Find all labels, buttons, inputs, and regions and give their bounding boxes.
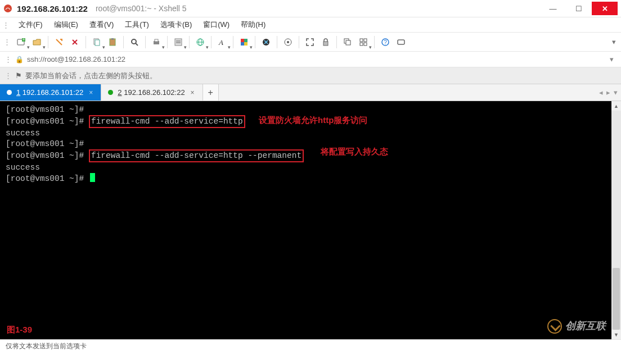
svg-text:+: +: [22, 38, 25, 42]
window-title-main: 192.168.26.101:22: [17, 4, 88, 13]
watermark-icon: [547, 319, 562, 334]
maximize-button[interactable]: ☐: [566, 2, 592, 15]
menu-edit[interactable]: 编辑(E): [48, 19, 84, 31]
disconnect-button[interactable]: [68, 35, 82, 49]
svg-rect-31: [360, 43, 363, 46]
new-session-button[interactable]: +: [14, 35, 29, 49]
hint-bar: ⋮ ⚑ 要添加当前会话，点击左侧的箭头按钮。: [0, 67, 621, 84]
copy-button[interactable]: [89, 35, 104, 49]
session-tab-1[interactable]: 1 192.168.26.101:22 ×: [0, 84, 101, 101]
cascade-button[interactable]: [340, 35, 355, 49]
open-button[interactable]: [30, 35, 44, 49]
svg-line-9: [136, 43, 138, 46]
watermark: 创新互联: [547, 319, 606, 334]
scroll-down-button[interactable]: ▼: [611, 330, 621, 339]
app-logo-icon: [3, 4, 12, 13]
xagent-button[interactable]: [259, 35, 273, 49]
xstart-button[interactable]: [281, 35, 295, 49]
fullscreen-button[interactable]: [303, 35, 317, 49]
window-title-sub: root@vms001:~ - Xshell 5: [96, 4, 187, 13]
annotation-2: 将配置写入持久态: [321, 146, 388, 157]
svg-rect-29: [360, 39, 363, 42]
highlighted-command-2: firewall-cmd --add-service=http --perman…: [89, 149, 304, 162]
address-input[interactable]: [27, 55, 603, 63]
gripper-icon: ⋮: [3, 38, 11, 46]
menu-tools[interactable]: 工具(T): [119, 19, 155, 31]
font-button[interactable]: A: [215, 35, 230, 49]
toolbar: ⋮ + A ? ▾: [0, 33, 621, 52]
svg-rect-11: [155, 39, 158, 42]
scroll-up-button[interactable]: ▲: [611, 101, 621, 111]
session-tab-label: 2 192.168.26.102:22: [118, 88, 184, 97]
watermark-text: 创新互联: [565, 321, 606, 332]
help-button[interactable]: ?: [378, 35, 393, 49]
svg-rect-20: [244, 39, 248, 42]
svg-rect-7: [111, 38, 114, 40]
highlighted-command-1: firewall-cmd --add-service=http: [89, 115, 245, 128]
menu-view[interactable]: 查看(V): [84, 19, 119, 31]
paste-button[interactable]: [105, 35, 120, 49]
color-scheme-button[interactable]: [237, 35, 251, 49]
find-button[interactable]: [127, 35, 142, 49]
toolbar-overflow-button[interactable]: ▾: [610, 35, 618, 49]
vertical-scrollbar[interactable]: ▲ ▼: [611, 101, 621, 339]
gripper-icon: ⋮: [4, 55, 12, 63]
svg-point-25: [287, 41, 289, 43]
tab-close-button[interactable]: ×: [88, 89, 94, 97]
print-button[interactable]: [149, 35, 164, 49]
compose-bar-button[interactable]: [394, 35, 408, 49]
svg-rect-28: [346, 40, 350, 45]
properties-button[interactable]: [171, 35, 186, 49]
svg-point-0: [4, 4, 12, 12]
address-bar: ⋮ 🔒 ▾: [0, 52, 621, 67]
tab-strip: 1 192.168.26.101:22 × 2 192.168.26.102:2…: [0, 84, 621, 101]
svg-point-8: [132, 39, 136, 44]
reconnect-button[interactable]: [52, 35, 66, 49]
svg-rect-35: [398, 40, 404, 44]
flag-icon[interactable]: ⚑: [15, 71, 22, 80]
lock-icon: 🔒: [15, 56, 24, 63]
scroll-track[interactable]: [611, 111, 621, 330]
tile-button[interactable]: [356, 35, 371, 49]
tab-menu-button[interactable]: ▾: [614, 88, 618, 97]
title-bar: 192.168.26.101:22 root@vms001:~ - Xshell…: [0, 0, 621, 17]
status-bar: 仅将文本发送到当前选项卡: [0, 339, 621, 353]
svg-rect-5: [95, 40, 100, 46]
status-dot-icon: [7, 90, 12, 95]
scroll-thumb[interactable]: [613, 268, 620, 330]
terminal-area: [root@vms001 ~]# [root@vms001 ~]# firewa…: [0, 101, 621, 339]
globe-button[interactable]: [193, 35, 208, 49]
gripper-icon: ⋮: [2, 21, 10, 29]
add-tab-button[interactable]: +: [203, 84, 219, 101]
svg-text:?: ?: [384, 39, 387, 46]
svg-rect-21: [241, 42, 244, 46]
menu-bar: ⋮ 文件(F) 编辑(E) 查看(V) 工具(T) 选项卡(B) 窗口(W) 帮…: [0, 17, 621, 33]
terminal[interactable]: [root@vms001 ~]# [root@vms001 ~]# firewa…: [0, 101, 611, 339]
lock-button[interactable]: [318, 35, 333, 49]
tab-close-button[interactable]: ×: [190, 89, 196, 97]
svg-rect-32: [364, 43, 367, 46]
gripper-icon: ⋮: [4, 71, 12, 80]
session-tab-label: 1 192.168.26.101:22: [16, 88, 83, 97]
svg-rect-12: [175, 39, 182, 46]
close-button[interactable]: ✕: [592, 2, 618, 15]
menu-file[interactable]: 文件(F): [13, 19, 48, 31]
status-text: 仅将文本发送到当前选项卡: [6, 342, 87, 351]
svg-rect-22: [244, 42, 248, 46]
tab-next-button[interactable]: ▸: [606, 88, 610, 97]
address-dropdown-button[interactable]: ▾: [606, 55, 616, 63]
figure-label: 图1-39: [7, 324, 32, 335]
svg-rect-30: [364, 39, 367, 42]
cursor-icon: [90, 173, 95, 182]
hint-text: 要添加当前会话，点击左侧的箭头按钮。: [25, 71, 157, 81]
menu-tabs[interactable]: 选项卡(B): [155, 19, 197, 31]
minimize-button[interactable]: —: [540, 2, 566, 15]
session-tab-2[interactable]: 2 192.168.26.102:22 ×: [101, 84, 202, 101]
tab-prev-button[interactable]: ◂: [599, 88, 603, 97]
svg-rect-26: [323, 42, 328, 46]
menu-window[interactable]: 窗口(W): [197, 19, 235, 31]
status-dot-icon: [108, 90, 113, 95]
svg-rect-19: [241, 39, 244, 42]
svg-text:A: A: [218, 38, 223, 47]
menu-help[interactable]: 帮助(H): [235, 19, 271, 31]
